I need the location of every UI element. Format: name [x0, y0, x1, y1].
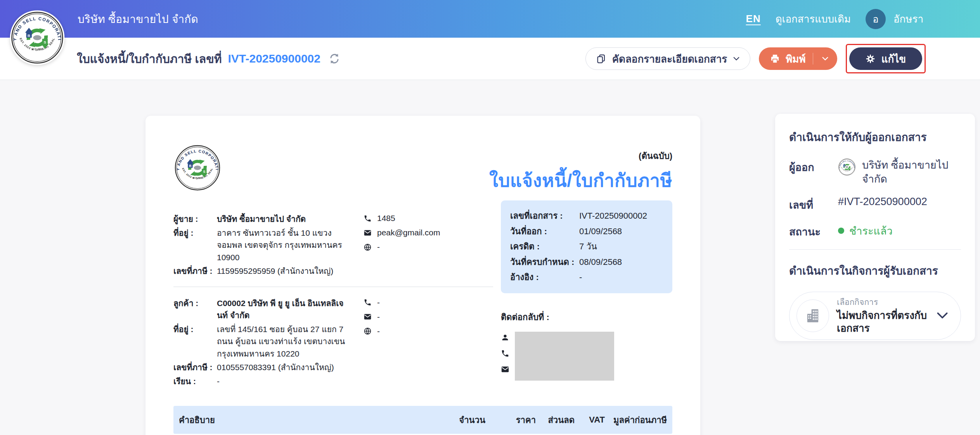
- contact-back-section: ติดต่อกลับที่ :: [501, 310, 672, 381]
- email-icon: [364, 313, 372, 321]
- printer-icon: [770, 54, 780, 64]
- chevron-down-icon[interactable]: [936, 312, 949, 320]
- document-preview-card: BUY AND SELL CORPORATION EST. 2023 ★ OFF…: [145, 116, 700, 435]
- edit-button-label: แก้ไข: [881, 51, 906, 67]
- top-navigation-bar: บริษัท ซื้อมาขายไป จำกัด EN ดูเอกสารแบบเ…: [0, 0, 980, 38]
- toolbar-actions: คัดลอกรายละเอียดเอกสาร พิมพ์: [585, 44, 926, 73]
- svg-text:EST. 2023: EST. 2023: [845, 170, 849, 171]
- gear-icon: [866, 54, 875, 64]
- document-company-logo: BUY AND SELL CORPORATION EST. 2023 ★ OFF…: [173, 144, 222, 192]
- col-vat: VAT: [575, 415, 605, 425]
- svg-text:EST. 2023: EST. 2023: [192, 177, 203, 179]
- meta-label: วันที่ออก :: [510, 226, 579, 237]
- issuer-row: ผู้ออก BUY AND SELL CORPORATION EST. 202…: [789, 158, 961, 186]
- seller-website: -: [377, 242, 380, 252]
- workspace-company-name: บริษัท ซื้อมาขายไป จำกัด: [78, 10, 198, 28]
- customer-contacts: - - -: [364, 297, 380, 336]
- user-avatar[interactable]: อ: [866, 9, 886, 29]
- user-menu[interactable]: อ อักษรา: [866, 9, 923, 29]
- seller-phone: 1485: [377, 214, 395, 223]
- col-discount: ส่วนลด: [536, 413, 575, 427]
- seller-tax-label: เลขที่ภาษี :: [173, 265, 217, 277]
- chevron-down-icon[interactable]: [816, 57, 835, 61]
- print-button[interactable]: พิมพ์: [759, 47, 837, 70]
- document-number-link[interactable]: IVT-20250900002: [228, 52, 320, 65]
- seller-tax-id: 1159595295959 (สำนักงานใหญ่): [217, 265, 353, 277]
- customer-name: C00002 บริษัท พี ยู ยู เอ็น อินเทลลิเจนท…: [217, 297, 353, 322]
- edit-button[interactable]: แก้ไข: [849, 47, 922, 70]
- col-quantity: จำนวน: [441, 413, 485, 427]
- svg-text:B: B: [28, 33, 30, 38]
- contact-back-label: ติดต่อกลับที่ :: [501, 310, 672, 324]
- svg-text:S: S: [44, 40, 47, 44]
- phone-icon: [364, 214, 372, 223]
- seller-address: อาคาร ซันทาวเวอร์ ชั้น 10 แขวงจอมพล เขตจ…: [217, 227, 353, 264]
- document-copy-type: (ต้นฉบับ): [489, 149, 672, 163]
- seller-contacts: 1485 peak@gmail.com -: [364, 213, 440, 252]
- meta-label: อ้างอิง :: [510, 272, 579, 283]
- globe-icon: [364, 327, 372, 335]
- col-description: คำอธิบาย: [179, 413, 441, 427]
- refresh-icon[interactable]: [328, 52, 341, 65]
- select-business-label: เลือกกิจการ: [837, 297, 928, 307]
- meta-value: 7 วัน: [579, 241, 663, 252]
- globe-icon: [364, 243, 372, 251]
- language-toggle[interactable]: EN: [746, 13, 761, 25]
- parties-column: ผู้ขาย : บริษัท ซื้อมาขายไป จำกัด ที่อยู…: [173, 200, 493, 387]
- customer-attn-label: เรียน :: [173, 375, 217, 388]
- redacted-contact-info: [515, 332, 614, 381]
- copy-button-label: คัดลอกรายละเอียดเอกสาร: [612, 51, 727, 67]
- view-original-document-link[interactable]: ดูเอกสารแบบเดิม: [776, 11, 851, 27]
- copy-icon: [596, 54, 606, 64]
- customer-tax-label: เลขที่ภาษี :: [173, 361, 217, 374]
- receiver-section-title: ดำเนินการในกิจการผู้รับเอกสาร: [789, 262, 961, 279]
- document-toolbar: ใบแจ้งหนี้/ใบกำกับภาษี เลขที่ IVT-202509…: [0, 38, 980, 80]
- print-button-label: พิมพ์: [786, 51, 805, 67]
- number-row: เลขที่ #IVT-20250900002: [789, 196, 961, 213]
- document-actions-sidebar: ดำเนินการให้กับผู้ออกเอกสาร ผู้ออก BUY A…: [775, 114, 975, 341]
- status-label: สถานะ: [789, 223, 838, 240]
- customer-attn: -: [217, 375, 353, 388]
- building-icon: [796, 299, 829, 332]
- seller-label: ผู้ขาย :: [173, 213, 217, 225]
- seller-name: บริษัท ซื้อมาขายไป จำกัด: [217, 213, 353, 225]
- email-icon: [364, 229, 372, 237]
- issuer-logo: BUY AND SELL CORPORATION EST. 2023 ★ OFF…: [838, 158, 856, 176]
- sidebar-divider: [789, 249, 961, 250]
- col-price: ราคา: [485, 413, 536, 427]
- document-number-value: #IVT-20250900002: [838, 196, 961, 208]
- seller-block: ผู้ขาย : บริษัท ซื้อมาขายไป จำกัด ที่อยู…: [173, 213, 493, 277]
- table-header-row: คำอธิบาย จำนวน ราคา ส่วนลด VAT มูลค่าก่อ…: [173, 406, 672, 434]
- meta-label: เลขที่เอกสาร :: [510, 211, 579, 222]
- document-heading: ใบแจ้งหนี้/ใบกำกับภาษี เลขที่ IVT-202509…: [77, 50, 341, 68]
- svg-text:S: S: [203, 170, 205, 174]
- phone-icon: [501, 349, 515, 358]
- seller-email: peak@gmail.com: [377, 228, 440, 237]
- customer-address-label: ที่อยู่ :: [173, 323, 217, 360]
- user-name: อักษรา: [893, 11, 923, 27]
- meta-value: IVT-20250900002: [579, 211, 663, 222]
- document-title-block: (ต้นฉบับ) ใบแจ้งหนี้/ใบกำกับภาษี: [489, 144, 672, 195]
- chevron-down-icon[interactable]: [733, 57, 740, 61]
- document-title-text: ใบแจ้งหนี้/ใบกำกับภาษี เลขที่: [77, 50, 222, 68]
- number-label: เลขที่: [789, 196, 838, 213]
- customer-website: -: [377, 327, 380, 336]
- col-pre-tax-amount: มูลค่าก่อนภาษี: [605, 413, 667, 427]
- svg-text:EST. 2023: EST. 2023: [31, 48, 43, 50]
- phone-icon: [364, 298, 372, 306]
- issuer-label: ผู้ออก: [789, 158, 838, 176]
- select-business-value: ไม่พบกิจการที่ตรงกับเอกสาร: [837, 309, 928, 334]
- customer-phone: -: [377, 298, 380, 307]
- status-row: สถานะ ชำระแล้ว: [789, 223, 961, 240]
- customer-address: เลขที่ 145/161 ซอย คู้บอน 27 แยก 7 ถนน ค…: [217, 323, 353, 360]
- meta-value: -: [579, 272, 663, 283]
- customer-email: -: [377, 312, 380, 322]
- customer-tax-id: 0105557083391 (สำนักงานใหญ่): [217, 361, 353, 374]
- business-select-dropdown[interactable]: เลือกกิจการ ไม่พบกิจการที่ตรงกับเอกสาร: [789, 292, 961, 340]
- meta-value: 08/09/2568: [579, 257, 663, 268]
- svg-text:B: B: [189, 164, 191, 168]
- topbar-right-group: EN ดูเอกสารแบบเดิม อ อักษรา: [746, 9, 923, 29]
- document-type-title: ใบแจ้งหนี้/ใบกำกับภาษี: [489, 166, 672, 195]
- email-icon: [501, 365, 515, 374]
- copy-document-details-button[interactable]: คัดลอกรายละเอียดเอกสาร: [585, 47, 751, 70]
